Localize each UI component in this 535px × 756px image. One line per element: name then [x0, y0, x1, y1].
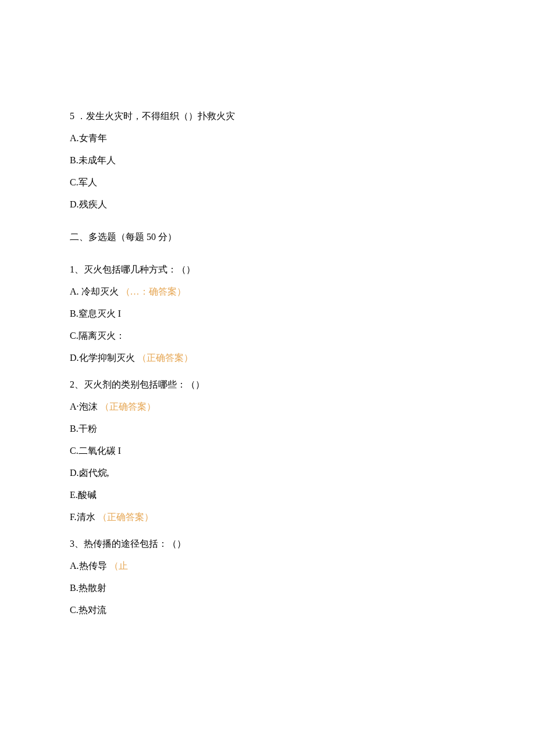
option-text: A.热传导 [70, 561, 109, 571]
option-d: D.化学抑制灭火 （正确答案） [70, 351, 465, 365]
correct-answer-label: （正确答案） [98, 512, 154, 522]
correct-answer-label: （…：确答案） [121, 286, 186, 296]
multi-choice-q3: 3、热传播的途径包括：（） A.热传导 （止 B.热散射 C.热对流 [70, 537, 465, 617]
question-stem: 2、灭火剂的类别包括哪些：（） [70, 378, 465, 392]
section-2-header: 二、多选题（每题 50 分） [70, 230, 465, 244]
single-choice-q5: 5 ．发生火灾时，不得组织（）扑救火灾 A.女青年 B.未成年人 C.军人 D.… [70, 109, 465, 212]
option-text: F.清水 [70, 512, 98, 522]
option-a: A. 冷却灭火 （…：确答案） [70, 285, 465, 299]
option-c: C.二氧化碳 I [70, 444, 465, 458]
option-text: D.化学抑制灭火 [70, 353, 137, 363]
correct-answer-label: （正确答案） [137, 353, 193, 363]
option-text: A·泡沫 [70, 402, 100, 411]
option-d: D.残疾人 [70, 198, 465, 212]
option-c: C.隔离灭火： [70, 329, 465, 343]
multi-choice-q1: 1、灭火包括哪几种方式：（） A. 冷却灭火 （…：确答案） B.窒息灭火 I … [70, 263, 465, 365]
option-b: B.热散射 [70, 581, 465, 595]
option-c: C.热对流 [70, 603, 465, 617]
question-stem: 5 ．发生火灾时，不得组织（）扑救火灾 [70, 109, 465, 123]
correct-answer-label: （正确答案） [100, 402, 156, 411]
option-b: B.窒息灭火 I [70, 307, 465, 321]
option-c: C.军人 [70, 175, 465, 189]
question-stem: 1、灭火包括哪几种方式：（） [70, 263, 465, 277]
multi-choice-q2: 2、灭火剂的类别包括哪些：（） A·泡沫 （正确答案） B.干粉 C.二氧化碳 … [70, 378, 465, 524]
option-e: E.酸碱 [70, 488, 465, 502]
question-stem: 3、热传播的途径包括：（） [70, 537, 465, 551]
option-a: A·泡沫 （正确答案） [70, 400, 465, 414]
option-f: F.清水 （正确答案） [70, 510, 465, 524]
option-a: A.热传导 （止 [70, 559, 465, 573]
option-b: B.未成年人 [70, 153, 465, 167]
correct-answer-label: （止 [109, 561, 128, 571]
option-text: A. 冷却灭火 [70, 286, 121, 296]
option-b: B.干粉 [70, 422, 465, 436]
option-a: A.女青年 [70, 131, 465, 145]
option-d: D.卤代烷, [70, 466, 465, 480]
